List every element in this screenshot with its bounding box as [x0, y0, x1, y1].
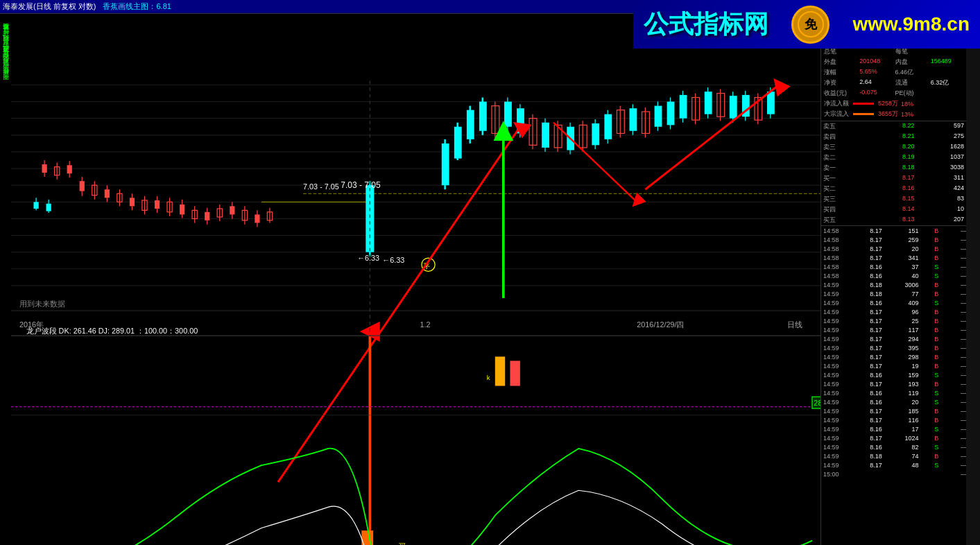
trade-row: 14:588.17341B— — [821, 253, 966, 262]
svg-text:281.47: 281.47 — [814, 399, 820, 407]
trade-row: 14:598.16119S— — [821, 388, 966, 397]
trade-row: 14:598.17185B— — [821, 406, 966, 415]
svg-rect-85 — [467, 110, 474, 139]
trade-row: 14:598.1748S— — [821, 460, 966, 469]
svg-text:2016/12/29/四: 2016/12/29/四 — [637, 320, 684, 329]
block-inflow-pct: 13% — [901, 111, 913, 118]
trade-row: 14:598.17117B— — [821, 325, 966, 334]
svg-rect-59 — [180, 205, 184, 214]
net-inflow-pct: 18% — [901, 101, 913, 107]
block-inflow-row: 大宗流入 3655万 13% — [823, 109, 965, 119]
buy-order-row: 买五8.13207 — [821, 215, 966, 225]
trade-row: 14:588.17259B— — [821, 235, 966, 244]
svg-rect-47 — [105, 189, 110, 198]
capital-label: 6.46亿 — [894, 67, 929, 78]
svg-rect-81 — [442, 144, 449, 185]
svg-rect-87 — [479, 102, 487, 131]
svg-rect-127 — [730, 96, 737, 119]
right-panel: 现量 48 均价 8.04 总量 357537 量比 2.21 涨停 8.64 … — [820, 14, 966, 545]
block-inflow-label: 大宗流入 — [824, 110, 849, 119]
svg-rect-105 — [592, 123, 599, 145]
change-pct-label: 涨幅 — [823, 67, 858, 78]
net-inflow-row: 净流入额 5258万 18% — [823, 98, 965, 109]
outer-label: 外盘 — [823, 57, 858, 67]
far-right-panel[interactable]: 66 Ai — [966, 14, 980, 545]
trade-row: 14:598.16159S— — [821, 370, 966, 379]
trade-row: 14:588.1720B— — [821, 244, 966, 253]
stock-title: 海泰发展(日线 前复权 对数) — [3, 1, 96, 12]
svg-rect-41 — [46, 204, 51, 211]
outer-val: 201048 — [858, 57, 893, 67]
sell-order-row: 卖三8.201628 — [821, 142, 966, 153]
buy-order-row: 买一8.17311 — [821, 173, 966, 184]
svg-text:日线: 日线 — [787, 320, 802, 329]
pe-val — [929, 88, 965, 98]
svg-rect-63 — [205, 212, 209, 220]
watermark-url: www.9m8.cn — [852, 13, 970, 35]
trade-row: 14:598.17395B— — [821, 343, 966, 352]
buy-order-row: 买二8.16424 — [821, 184, 966, 194]
svg-text:免: 免 — [804, 17, 818, 31]
svg-rect-55 — [155, 200, 160, 209]
svg-rect-71 — [255, 214, 259, 223]
float-label: 流通 — [894, 78, 929, 88]
trade-row: 14:598.17298B— — [821, 352, 966, 361]
sell-order-row: 卖四8.21275 — [821, 132, 966, 142]
svg-rect-123 — [705, 92, 712, 114]
sell-order-row: 卖一8.183038 — [821, 163, 966, 173]
trade-row: 14:598.183006B— — [821, 280, 966, 289]
watermark-logo: 免 — [791, 6, 829, 44]
trade-row: 14:598.171024B— — [821, 433, 966, 442]
capital-val — [929, 67, 965, 78]
svg-rect-117 — [667, 102, 675, 126]
net-cap-label: 净资 — [823, 78, 858, 88]
svg-text:用到未来数据: 用到未来数据 — [19, 300, 65, 308]
trade-row: 15:00— — [821, 469, 966, 478]
inner-val: 156489 — [929, 57, 965, 67]
svg-text:7.03 - 7.05: 7.03 - 7.05 — [341, 180, 381, 190]
trade-list: 14:588.17151B—14:588.17259B—14:588.1720B… — [821, 226, 966, 545]
block-inflow-val: 3655万 — [878, 110, 898, 119]
trade-row: 14:598.1617S— — [821, 424, 966, 433]
net-cap-val: 2.64 — [858, 78, 893, 88]
trade-row: 14:588.1637S— — [821, 262, 966, 271]
svg-text:龙户波段 DK: 261.46 DJ: 289.01   ：: 龙户波段 DK: 261.46 DJ: 289.01 ：100.00：300.0… — [26, 327, 198, 335]
trade-row: 14:598.1682S— — [821, 442, 966, 451]
svg-rect-51 — [130, 198, 135, 206]
svg-rect-141 — [510, 361, 519, 386]
watermark-title: 公式指标网 — [644, 8, 768, 42]
svg-rect-119 — [680, 95, 687, 119]
trade-row: 14:598.1877B— — [821, 289, 966, 298]
trade-row: 14:588.1640S— — [821, 271, 966, 280]
trade-row: 14:598.16409S— — [821, 298, 966, 307]
svg-rect-97 — [542, 123, 549, 148]
inner-label: 内盘 — [894, 57, 929, 67]
indicator-title: 香蕉画线主图：6.81 — [103, 1, 171, 12]
svg-rect-43 — [80, 181, 85, 191]
trade-row: 14:598.1719B— — [821, 361, 966, 370]
net-inflow-label: 净流入额 — [824, 99, 849, 108]
buy-orders: 买一8.17311买二8.16424买三8.1583买四8.1410买五8.13… — [821, 173, 966, 225]
watermark-area: 公式指标网 免 www.9m8.cn — [633, 0, 980, 49]
buy-order-row: 买三8.1583 — [821, 194, 966, 205]
buy-order-row: 买四8.1410 — [821, 205, 966, 215]
float-val: 6.32亿 — [929, 78, 965, 88]
revenue-val: -0.075 — [858, 88, 893, 98]
orderbook-section: 卖五8.22597卖四8.21275卖三8.201628卖二8.191037卖一… — [821, 121, 966, 226]
trade-row: 14:598.1725B— — [821, 316, 966, 325]
svg-rect-107 — [604, 114, 612, 139]
svg-rect-37 — [67, 165, 72, 173]
svg-rect-140 — [495, 356, 505, 386]
revenue-label: 收益(元) — [823, 88, 858, 98]
svg-text:k: k — [487, 374, 490, 381]
trade-row: 14:598.17294B— — [821, 334, 966, 343]
chart-canvas: 7.83 7.68 7.54 7.39 7.25 7.11 6.96 6.82 … — [11, 14, 820, 545]
svg-rect-115 — [655, 106, 662, 127]
sell-order-row: 卖五8.22597 — [821, 121, 966, 132]
trade-row: 14:598.1620S— — [821, 397, 966, 406]
svg-rect-67 — [230, 206, 234, 214]
pe-label: PE(动) — [894, 88, 929, 98]
svg-text:←6.33: ←6.33 — [382, 256, 404, 264]
main-container: 海泰发展(日线 前复权 对数) 香蕉画线主图：6.81 公式指标网 免 www.… — [0, 0, 980, 545]
left-sidebar-labels: 基本资料 维持 同化顺 东财 万占股资讯 智慧评 交易股 股磁 墨软件 同金 — [0, 14, 11, 545]
